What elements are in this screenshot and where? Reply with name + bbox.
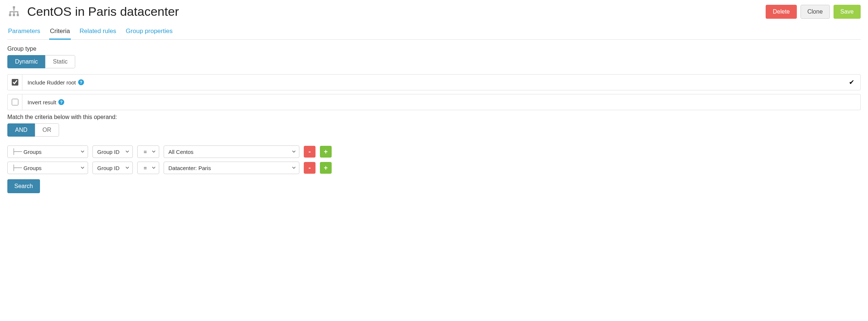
criteria-attribute-select[interactable]: Group ID: [92, 162, 133, 174]
remove-criteria-button[interactable]: -: [304, 162, 316, 174]
group-type-dynamic[interactable]: Dynamic: [7, 55, 45, 68]
criteria-category-value: Groups: [23, 149, 41, 155]
criteria-value-text: Datacenter: Paris: [168, 165, 211, 171]
tree-prefix: ├──: [12, 148, 22, 155]
criteria-operator-value: =: [142, 149, 149, 155]
remove-criteria-button[interactable]: -: [304, 146, 316, 158]
group-type-label: Group type: [7, 46, 861, 52]
include-root-checkbox-cell: [8, 75, 22, 90]
invert-result-checkbox-cell: [8, 94, 22, 110]
invert-result-label: Invert result: [28, 99, 56, 105]
tree-prefix: ├──: [12, 165, 22, 171]
page-title: CentOS in Paris datacenter: [27, 4, 179, 19]
sitemap-icon: [7, 5, 21, 18]
group-type-static[interactable]: Static: [45, 55, 75, 68]
invert-result-label-wrap: Invert result ?: [22, 99, 860, 105]
tab-related-rules[interactable]: Related rules: [79, 25, 117, 40]
criteria-value-select[interactable]: All Centos: [164, 145, 299, 158]
criteria-attribute-value: Group ID: [97, 165, 120, 171]
tabs: Parameters Criteria Related rules Group …: [7, 25, 861, 40]
criteria-category-select[interactable]: ├── Groups: [7, 162, 88, 174]
add-criteria-button[interactable]: +: [320, 162, 332, 174]
criteria-row: ├── Groups Group ID = Datacenter: Paris …: [7, 162, 861, 174]
criteria-operator-select[interactable]: =: [137, 162, 159, 174]
chevron-down-icon: [125, 165, 130, 171]
group-type-toggle: Dynamic Static: [7, 55, 75, 68]
chevron-down-icon: [292, 149, 296, 155]
search-button[interactable]: Search: [7, 179, 40, 193]
criteria-operator-value: =: [142, 165, 149, 171]
tab-group-properties[interactable]: Group properties: [125, 25, 174, 40]
criteria-value-text: All Centos: [168, 149, 193, 155]
chevron-down-icon: [152, 149, 156, 155]
invert-result-checkbox[interactable]: [12, 99, 18, 105]
svg-rect-3: [17, 14, 19, 16]
criteria-value-select[interactable]: Datacenter: Paris: [164, 162, 299, 174]
save-button[interactable]: Save: [834, 5, 861, 19]
add-criteria-button[interactable]: +: [320, 146, 332, 158]
tab-criteria[interactable]: Criteria: [49, 25, 71, 40]
chevron-down-icon: [152, 165, 156, 171]
criteria-category-value: Groups: [23, 165, 41, 171]
chevron-down-icon: [80, 149, 85, 155]
operand-toggle: AND OR: [7, 123, 59, 137]
include-root-row: Include Rudder root ? ✔: [7, 74, 861, 90]
criteria-attribute-value: Group ID: [97, 149, 120, 155]
header-actions: Delete Clone Save: [766, 5, 861, 19]
criteria-category-select[interactable]: ├── Groups: [7, 145, 88, 158]
help-icon[interactable]: ?: [58, 99, 64, 105]
include-root-label-wrap: Include Rudder root ?: [22, 79, 843, 86]
check-icon: ✔: [843, 78, 860, 86]
operand-or[interactable]: OR: [35, 123, 59, 137]
help-icon[interactable]: ?: [78, 79, 84, 85]
criteria-operator-select[interactable]: =: [137, 145, 159, 158]
chevron-down-icon: [125, 149, 130, 155]
chevron-down-icon: [292, 165, 296, 171]
operand-label: Match the criteria below with this opera…: [7, 114, 861, 120]
chevron-down-icon: [80, 165, 85, 171]
criteria-attribute-select[interactable]: Group ID: [92, 145, 133, 158]
include-root-checkbox[interactable]: [12, 79, 18, 86]
svg-rect-1: [9, 14, 11, 16]
tab-parameters[interactable]: Parameters: [7, 25, 41, 40]
invert-result-row: Invert result ?: [7, 94, 861, 110]
criteria-rows: ├── Groups Group ID = All Centos - +: [7, 145, 861, 174]
svg-rect-2: [13, 14, 15, 16]
operand-and[interactable]: AND: [7, 123, 35, 137]
clone-button[interactable]: Clone: [800, 5, 830, 19]
include-root-label: Include Rudder root: [28, 79, 76, 86]
delete-button[interactable]: Delete: [766, 5, 796, 19]
title-wrap: CentOS in Paris datacenter: [7, 4, 179, 19]
page-header: CentOS in Paris datacenter Delete Clone …: [7, 4, 861, 19]
criteria-row: ├── Groups Group ID = All Centos - +: [7, 145, 861, 158]
svg-rect-0: [13, 6, 15, 8]
